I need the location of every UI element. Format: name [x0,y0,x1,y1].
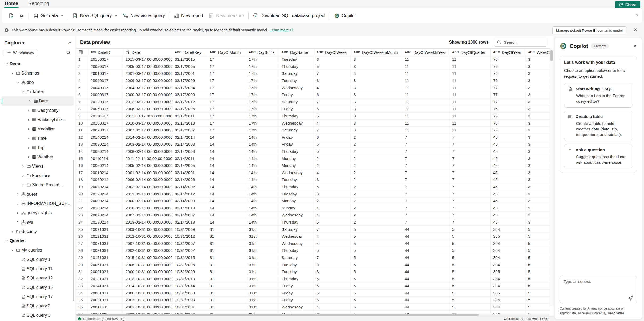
tree-item-sql-query-3[interactable]: SQLSQL query 3 [0,311,75,320]
table-row[interactable]: 20201202142012-02-14 00:00:00.00000002/1… [76,190,549,197]
table-search-box[interactable] [494,38,546,47]
tree-item-dbo[interactable]: dbo [0,78,75,87]
column-header-dayofweek[interactable]: ABCDayOfWeek [314,49,351,56]
table-row[interactable]: 19200202142002-02-14 00:00:00.00000002/1… [76,183,549,191]
tree-item-information-sche[interactable]: INFORMATION_SCHE... [0,199,75,208]
table-row[interactable]: 24201302142013-02-14 00:00:00.00000002/1… [76,219,549,226]
tree-item-tables[interactable]: Tables [0,87,75,96]
column-header-dayofmonth[interactable]: ABCDayOfMonth [207,49,246,56]
tree-item-hackneylice[interactable]: HackneyLice... [0,115,75,124]
ribbon-collapse-chevron-icon[interactable]: ˅ [636,13,638,17]
copilot-option-start-writing-t-sql[interactable]: SQLStart writing T-SQLWhat can I do in t… [564,83,632,108]
table-row[interactable]: 36200110312001-10-31 00:00:00.00000010/3… [76,304,549,311]
manage-semantic-model-button[interactable]: Manage default Power BI semantic model [552,26,626,34]
copilot-option-ask-a-question[interactable]: ?Ask a questionSuggest questions that I … [564,144,632,168]
column-header-weekofm[interactable]: ABCWeekOfM [525,49,549,56]
table-row[interactable]: 35200310312003-10-31 00:00:00.00000010/3… [76,297,549,304]
copilot-button[interactable]: Copilot [331,11,358,20]
table-row[interactable]: 6200003172000-03-17 00:00:00.00000003/17… [76,91,549,98]
table-row[interactable]: 28200210312002-10-31 00:00:00.00000010/3… [76,247,549,254]
table-row[interactable]: 22201002142010-02-14 00:00:00.00000002/1… [76,204,549,212]
tree-item-date[interactable]: Date [2,96,74,106]
table-row[interactable]: 32201310312013-10-31 00:00:00.00000010/3… [76,275,549,282]
copilot-request-input[interactable] [560,276,637,295]
table-row[interactable]: 1201503172015-03-17 00:00:00.00000003/17… [76,56,549,63]
column-header-datebkey[interactable]: ABCDateBKey [172,49,207,56]
table-row[interactable]: 7201203172012-03-17 00:00:00.00000003/17… [76,98,549,106]
table-row[interactable]: 2200503172005-03-17 00:00:00.00000003/17… [76,63,549,70]
table-row[interactable]: 23200702142007-02-14 00:00:00.00000002/1… [76,212,549,219]
copilot-option-create-a-table[interactable]: Create a tableCreate a table to hold wea… [564,111,632,141]
grid-vertical-scrollbar[interactable] [549,48,554,306]
table-row[interactable]: 18200602142006-02-14 00:00:00.00000002/1… [76,176,549,183]
tree-item-queryinsights[interactable]: queryinsights [0,208,75,217]
table-row[interactable]: 26201210312012-10-31 00:00:00.00000010/3… [76,233,549,240]
table-row[interactable]: 11200703172007-03-17 00:00:00.00000003/1… [76,127,549,134]
tree-item-guest[interactable]: guest [0,190,75,199]
new-visual-query-button[interactable]: New visual query [120,11,168,20]
add-warehouses-button[interactable]: Warehouses [4,49,37,56]
tab-reporting[interactable]: Reporting [28,1,49,7]
table-row[interactable]: 33201410312014-10-31 00:00:00.00000010/3… [76,282,549,290]
table-row[interactable]: 29201510312015-10-31 00:00:00.00000010/3… [76,254,549,261]
new-report-button[interactable]: New report [171,11,206,20]
settings-button[interactable] [17,11,27,20]
table-row[interactable]: 8200603172006-03-17 00:00:00.00000003/17… [76,105,549,113]
collapse-panel-icon[interactable]: « [68,40,71,46]
column-header-dayofyear[interactable]: ABCDayOfYear [491,49,525,56]
tree-item-sql-query-1[interactable]: SQLSQL query 1 [0,255,75,264]
table-row[interactable]: 5200403172004-03-17 00:00:00.00000003/17… [76,84,549,91]
tree-item-functions[interactable]: Functions [0,171,75,180]
send-icon[interactable] [627,295,633,301]
tree-item-sql-query-12[interactable]: SQLSQL query 12 [0,273,75,283]
column-header-daysuffix[interactable]: ABCDaySuffix [246,49,279,56]
tree-item-stored-proced[interactable]: Stored Proced... [0,180,75,190]
table-row[interactable]: 13200302142003-02-14 00:00:00.00000002/1… [76,141,549,148]
new-item-button[interactable] [6,11,17,20]
tree-item-demo[interactable]: Demo [0,59,75,68]
table-row[interactable]: 34200810312008-10-31 00:00:00.00000010/3… [76,290,549,297]
column-header-dayofweekinmonth[interactable]: ABCDayOfWeekInMonth [351,49,402,56]
table-row[interactable]: 3200103172001-03-17 00:00:00.00000003/17… [76,70,549,77]
tree-item-geography[interactable]: Geography [0,106,75,115]
tree-item-sql-query-15[interactable]: SQLSQL query 15 [0,283,75,292]
tree-item-sys[interactable]: sys [0,217,75,227]
explorer-scrollbar[interactable] [73,160,74,301]
learn-more-link[interactable]: Learn more [270,28,293,32]
column-header-dayofquarter[interactable]: ABCDayOfQuarter [449,49,491,56]
download-sql-database-project-button[interactable]: Download SQL database project [250,11,328,20]
table-row[interactable]: 9201103172011-03-17 00:00:00.00000003/17… [76,113,549,120]
table-row[interactable]: 30200610312006-10-31 00:00:00.00000010/3… [76,261,549,268]
read-terms-link[interactable]: Read terms [608,311,624,315]
tree-item-time[interactable]: Time [0,134,75,143]
column-header-date[interactable]: Date [123,49,172,56]
tree-item-medallion[interactable]: Medallion [0,124,75,134]
table-row[interactable]: 14200802142008-02-14 00:00:00.00000002/1… [76,148,549,155]
tree-item-sql-query-17[interactable]: SQLSQL query 17 [0,292,75,301]
table-row[interactable]: 16200502142005-02-14 00:00:00.00000002/1… [76,162,549,169]
table-row[interactable]: 25200910312009-10-31 00:00:00.00000010/3… [76,226,549,233]
new-sql-query-button[interactable]: SQLNew SQL query [70,11,120,20]
tree-item-sql-query-11[interactable]: SQLSQL query 11 [0,264,75,273]
table-row[interactable]: 15201102142011-02-14 00:00:00.00000002/1… [76,155,549,162]
tab-home[interactable]: Home [5,1,18,7]
tree-item-trip[interactable]: Trip [0,143,75,152]
table-row[interactable]: 4200903172009-03-17 00:00:00.00000003/17… [76,77,549,84]
search-input[interactable] [503,40,543,45]
search-icon[interactable] [66,50,71,55]
table-row[interactable]: 17200102142001-02-14 00:00:00.00000002/1… [76,169,549,176]
column-header-dayofweekinyear[interactable]: ABCDayOfWeekInYear [402,49,449,56]
column-header-dateid[interactable]: 123DateID [88,49,123,56]
tree-item-weather[interactable]: Weather [0,152,75,162]
copilot-close-icon[interactable]: ✕ [633,44,637,49]
get-data-button[interactable]: Get data [31,11,66,20]
tree-item-schemas[interactable]: Schemas [0,68,75,78]
table-row[interactable]: 12201402142014-02-14 00:00:00.00000002/1… [76,134,549,141]
copilot-input-box[interactable] [560,276,637,303]
tree-item-my-queries[interactable]: My queries [0,245,75,255]
table-row[interactable]: 10201003172010-03-17 00:00:00.00000003/1… [76,120,549,127]
table-row[interactable]: 37200012252000-12-25 00:00:00.00000012/2… [76,311,549,314]
table-row[interactable]: 31200010312000-10-31 00:00:00.00000010/3… [76,268,549,275]
tree-item-sql-query-2[interactable]: SQLSQL query 2 [0,301,75,311]
tree-item-security[interactable]: Security [0,227,75,236]
